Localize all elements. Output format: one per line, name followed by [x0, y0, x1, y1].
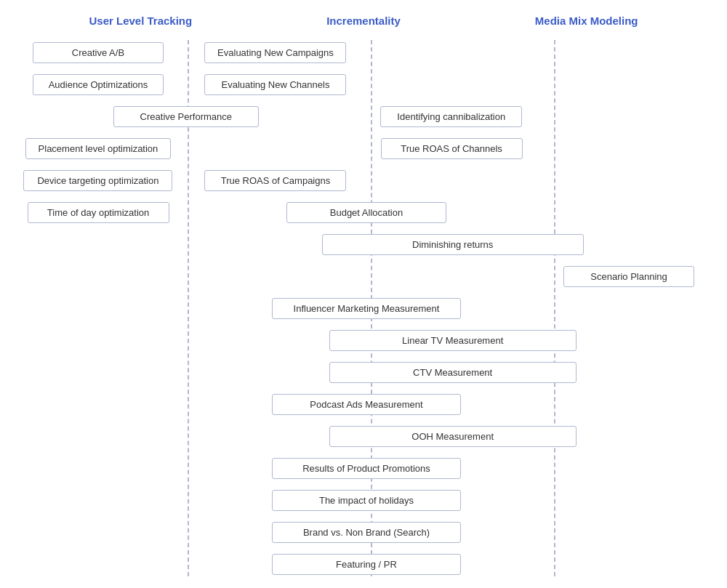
box-podcast: Podcast Ads Measurement [272, 394, 461, 415]
box-true-roas-channels: True ROAS of Channels [381, 138, 523, 159]
row-16: Brand vs. Non Brand (Search) [15, 520, 712, 544]
row-3: Creative Performance Identifying canniba… [15, 104, 712, 129]
row-6: Time of day optimization Budget Allocati… [15, 200, 712, 225]
row-9: Influencer Marketing Measurement [15, 296, 712, 321]
box-product-promo: Results of Product Promotions [272, 458, 461, 479]
row-7: Diminishing returns [15, 232, 712, 257]
header-incrementality: Incrementality [252, 15, 475, 27]
box-linear-tv: Linear TV Measurement [329, 330, 577, 351]
box-creative-perf: Creative Performance [113, 106, 259, 127]
row-5: Device targeting optimization True ROAS … [15, 168, 712, 193]
box-true-roas-campaigns: True ROAS of Campaigns [204, 170, 346, 191]
column-headers: User Level Tracking Incrementality Media… [7, 15, 720, 27]
row-13: OOH Measurement [15, 424, 712, 448]
diagram-area: Creative A/B Evaluating New Campaigns Au… [7, 40, 720, 576]
box-creative-ab: Creative A/B [33, 42, 164, 63]
row-11: CTV Measurement [15, 360, 712, 384]
row-10: Linear TV Measurement [15, 328, 712, 353]
page: User Level Tracking Incrementality Media… [0, 0, 727, 588]
header-media-mix: Media Mix Modeling [475, 15, 698, 27]
row-2: Audience Optimizations Evaluating New Ch… [15, 72, 712, 97]
box-ooh: OOH Measurement [329, 426, 577, 447]
row-14: Results of Product Promotions [15, 456, 712, 480]
box-time-of-day: Time of day optimization [28, 202, 169, 223]
rows-container: Creative A/B Evaluating New Campaigns Au… [7, 40, 720, 576]
header-user-level: User Level Tracking [29, 15, 252, 27]
box-eval-new-campaigns: Evaluating New Campaigns [204, 42, 346, 63]
row-1: Creative A/B Evaluating New Campaigns [15, 40, 712, 65]
row-15: The impact of holidays [15, 488, 712, 512]
box-influencer: Influencer Marketing Measurement [272, 298, 461, 319]
box-diminishing-returns: Diminishing returns [322, 234, 584, 255]
box-scenario-planning: Scenario Planning [563, 266, 694, 287]
box-ctv: CTV Measurement [329, 362, 577, 383]
row-12: Podcast Ads Measurement [15, 392, 712, 416]
box-placement-opt: Placement level optimization [25, 138, 171, 159]
box-featuring-pr: Featuring / PR [272, 554, 461, 575]
box-budget-alloc: Budget Allocation [286, 202, 446, 223]
box-brand-nonbrand: Brand vs. Non Brand (Search) [272, 522, 461, 543]
box-audience-opt: Audience Optimizations [33, 74, 164, 95]
row-17: Featuring / PR [15, 552, 712, 576]
box-identifying-cannib: Identifying cannibalization [380, 106, 522, 127]
box-device-targeting: Device targeting optimization [23, 170, 172, 191]
row-8: Scenario Planning [15, 264, 712, 289]
box-holidays: The impact of holidays [272, 490, 461, 511]
box-eval-new-channels: Evaluating New Channels [204, 74, 346, 95]
row-4: Placement level optimization True ROAS o… [15, 136, 712, 161]
